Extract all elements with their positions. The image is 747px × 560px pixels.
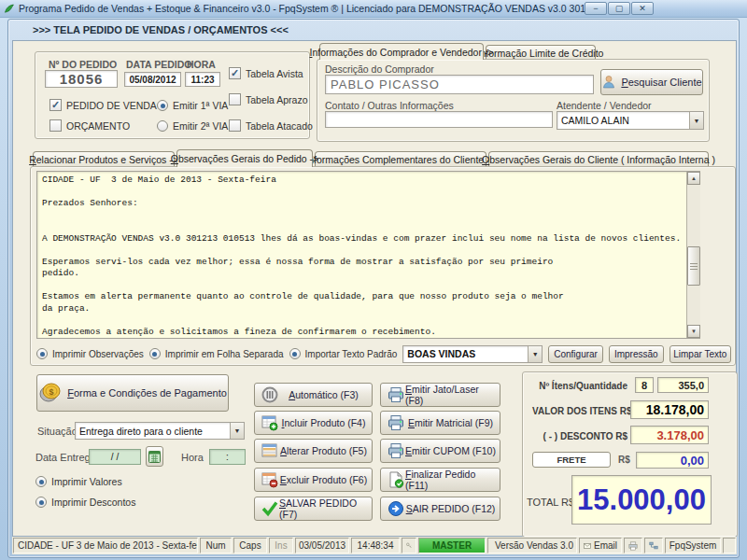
- scroll-down-icon[interactable]: ▼: [687, 325, 700, 338]
- status-master-badge: MASTER: [418, 538, 486, 553]
- radio-dot-icon: [36, 348, 48, 359]
- network-icon: [649, 541, 658, 550]
- quantidade-field: 355,0: [657, 377, 709, 393]
- status-email[interactable]: Email: [579, 538, 622, 553]
- forma-pagamento-button[interactable]: $ Forma e Condições de Pagamento: [36, 374, 229, 412]
- valor-itens-label: VALOR DOS ITENS R$: [532, 406, 627, 416]
- contato-input[interactable]: [325, 111, 553, 128]
- maximize-button[interactable]: ▢: [608, 2, 630, 15]
- tab-informacoes-complementares[interactable]: Informações Complementares do Cliente ->: [315, 151, 486, 167]
- itens-quantidade-label: Nº Ítens/Quantidade: [532, 381, 627, 391]
- scroll-thumb[interactable]: [687, 246, 700, 286]
- salvar-pedido-button[interactable]: SALVAR PEDIDO (F7): [254, 497, 373, 521]
- status-num: Num: [200, 538, 232, 553]
- checkbox-empty-icon: [229, 119, 241, 132]
- radio-emitir-2via[interactable]: Emitir 2ª VIA: [157, 120, 228, 132]
- descricao-comprador-label: Descrição do Comprador: [325, 63, 434, 75]
- checkbox-pedido-venda[interactable]: ✓ PEDIDO DE VENDA: [49, 99, 157, 111]
- checkbox-tabela-aprazo[interactable]: Tabela Aprazo: [229, 93, 308, 105]
- checkbox-orcamento[interactable]: ORÇAMENTO: [49, 119, 130, 132]
- checkbox-tabela-avista[interactable]: ✓ Tabela Avista: [229, 67, 303, 79]
- hora-entrega-field[interactable]: :: [209, 449, 246, 465]
- chevron-down-icon: ▼: [230, 423, 244, 439]
- hora-entrega-label: Hora: [181, 452, 204, 463]
- checkbox-check-icon: ✓: [49, 99, 62, 111]
- tab-observacoes-cliente[interactable]: Observações Gerais do Cliente ( Informaç…: [488, 151, 709, 167]
- order-number-label: Nº DO PEDIDO: [49, 59, 117, 70]
- checkbox-tabela-atacado[interactable]: Tabela Atacado: [229, 119, 313, 132]
- minimize-button[interactable]: −: [585, 2, 607, 15]
- emitir-matricial-button[interactable]: Emitir Matricial (F9): [380, 411, 500, 435]
- order-time-label: HORA: [187, 59, 216, 70]
- printer-icon: [388, 442, 404, 459]
- status-printer-segment: [624, 538, 642, 553]
- pesquisar-cliente-button[interactable]: Pesquisar Cliente: [600, 69, 703, 95]
- app-icon: [4, 3, 15, 15]
- tab-limite-credito[interactable]: Informação Limite de Crédito: [486, 45, 596, 60]
- total-label: TOTAL R$: [527, 497, 574, 508]
- close-button[interactable]: ✕: [631, 2, 654, 15]
- calendar-button[interactable]: [146, 446, 163, 467]
- radio-dot-icon: [149, 348, 161, 359]
- radio-dot-icon: [35, 476, 47, 487]
- tab-comprador-vendedor[interactable]: Informações do Comprador e Vendedor ->: [319, 43, 484, 60]
- order-number-field[interactable]: 18056: [45, 70, 118, 88]
- situacao-combo[interactable]: Entrega direto para o cliente ▼: [75, 422, 245, 440]
- memo-scrollbar[interactable]: ▲ ▼: [686, 172, 700, 338]
- radio-dot-icon: [289, 348, 301, 359]
- status-time: 14:48:34: [351, 538, 400, 553]
- situacao-label: Situação: [37, 426, 78, 437]
- printer-icon: [388, 386, 404, 403]
- radio-empty-icon: [157, 120, 168, 132]
- radio-emitir-1via[interactable]: Emitir 1ª VIA: [157, 100, 228, 111]
- configurar-button[interactable]: Configurar: [548, 345, 603, 363]
- status-caps: Caps: [233, 538, 267, 553]
- frete-field[interactable]: 0,00: [636, 452, 709, 469]
- print-options-row: Imprimir Observações Imprimir em Folha S…: [36, 344, 731, 363]
- data-entrega-field[interactable]: / /: [89, 449, 141, 465]
- desktop: { "window": { "title": "Programa Pedido …: [0, 0, 747, 560]
- radio-dot-icon: [35, 497, 47, 508]
- table-add-icon: [261, 414, 278, 431]
- incluir-produto-button[interactable]: Incluir Produto (F4): [254, 411, 373, 435]
- tab-relacionar-produtos[interactable]: Relacionar Produtos e Serviços ->: [33, 151, 175, 167]
- sair-pedido-button[interactable]: SAIR PEDIDO (F12): [380, 497, 500, 521]
- frete-button[interactable]: FRETE: [532, 452, 611, 468]
- radio-imprimir-descontos[interactable]: Imprimir Descontos: [35, 497, 135, 508]
- excluir-produto-button[interactable]: Excluir Produto (F6): [254, 468, 373, 492]
- emitir-cupom-button[interactable]: Emitir CUPOM (F10): [380, 439, 500, 463]
- desconto-field: 3.178,00: [630, 426, 709, 444]
- radio-folha-separada[interactable]: Imprimir em Folha Separada: [149, 348, 284, 359]
- radio-dot-icon: [157, 100, 168, 111]
- observations-memo[interactable]: CIDADE - UF 3 de Maio de 2013 - Sexta-fe…: [36, 171, 700, 339]
- window-controls: − ▢ ✕: [585, 2, 654, 15]
- coin-icon: $: [38, 382, 63, 404]
- radio-imprimir-valores[interactable]: Imprimir Valores: [35, 476, 122, 487]
- radio-importar-texto[interactable]: Importar Texto Padrão: [289, 348, 398, 359]
- status-versao: Versão Vendas 3.0: [487, 538, 577, 553]
- chevron-down-icon: ▼: [528, 346, 542, 362]
- finalizar-pedido-button[interactable]: Finalizar Pedido (F11): [380, 468, 500, 492]
- os-titlebar: Programa Pedido de Vendas + Estoque & Fi…: [0, 0, 747, 18]
- tab-observacoes-pedido[interactable]: Observações Gerais do Pedido ->: [176, 149, 313, 167]
- order-date-field[interactable]: 05/08/2012: [124, 72, 181, 87]
- order-time-field[interactable]: 11:23: [185, 72, 220, 87]
- radio-imprimir-observacoes[interactable]: Imprimir Observações: [36, 348, 144, 359]
- alterar-produto-button[interactable]: Alterar Produto (F5): [254, 439, 373, 463]
- automatico-button[interactable]: Automático (F3): [254, 383, 373, 407]
- window-title: Programa Pedido de Vendas + Estoque & Fi…: [19, 3, 585, 14]
- contato-label: Contato / Outras Informações: [325, 100, 454, 111]
- status-date: 03/05/2013: [295, 538, 349, 553]
- emitir-jato-laser-button[interactable]: Emitir Jato/Laser (F8): [380, 383, 500, 407]
- table-remove-icon: [261, 471, 278, 488]
- frete-moeda-label: R$: [618, 455, 630, 465]
- descricao-comprador-input[interactable]: PABLO PICASSO: [325, 75, 594, 94]
- atendente-combo[interactable]: CAMILO ALAIN ▼: [557, 111, 704, 130]
- impressao-button[interactable]: Impressão: [609, 345, 664, 363]
- texto-padrao-combo[interactable]: BOAS VINDAS ▼: [402, 345, 543, 363]
- status-key-segment: [402, 538, 416, 553]
- scroll-up-icon[interactable]: ▲: [687, 172, 700, 185]
- valor-itens-field: 18.178,00: [630, 400, 709, 419]
- limpar-texto-button[interactable]: Limpar Texto: [669, 345, 731, 363]
- person-icon: [601, 75, 616, 90]
